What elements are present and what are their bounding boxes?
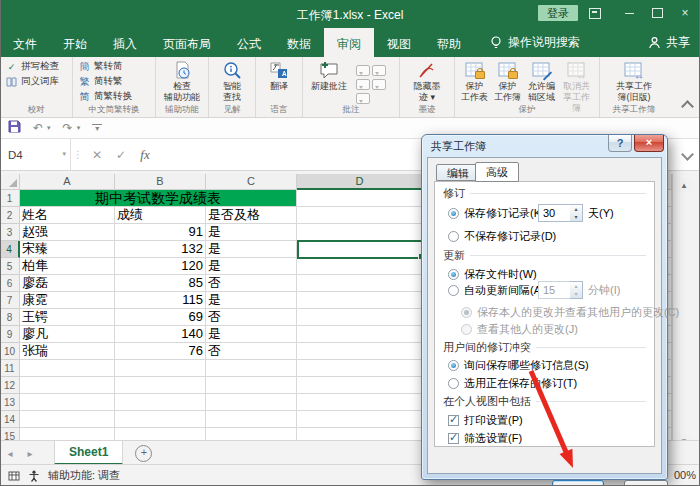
row-header-3[interactable]: 3 [0, 224, 20, 241]
checkbox-filter-settings[interactable]: 筛选设置(F) [448, 430, 522, 446]
row-header-14[interactable]: 14 [0, 411, 20, 428]
collapse-ribbon-icon[interactable] [681, 100, 694, 113]
cell[interactable] [297, 275, 423, 292]
smart-lookup-button[interactable]: 智能 查找 [212, 59, 252, 103]
cell[interactable]: 是 [206, 292, 297, 309]
dialog-help-button[interactable]: ? [608, 135, 632, 152]
radio-update-automatic[interactable]: 自动更新间隔(A): [448, 282, 548, 298]
column-header-D[interactable]: D [297, 174, 423, 190]
cell[interactable]: 是 [206, 241, 297, 258]
cell[interactable]: 廖磊 [20, 275, 115, 292]
cell[interactable]: 否 [206, 275, 297, 292]
cell[interactable] [206, 360, 297, 377]
cell[interactable]: 120 [115, 258, 206, 275]
row-header-9[interactable]: 9 [0, 326, 20, 343]
new-sheet-button[interactable]: + [135, 445, 152, 462]
cell[interactable]: 张瑞 [20, 343, 115, 360]
cell[interactable] [115, 360, 206, 377]
row-header-6[interactable]: 6 [0, 275, 20, 292]
cell[interactable]: 是否及格 [206, 207, 297, 224]
cell[interactable] [297, 224, 423, 241]
tab-formulas[interactable]: 公式 [224, 28, 274, 57]
row-header-13[interactable]: 13 [0, 394, 20, 411]
cell[interactable]: 否 [206, 343, 297, 360]
cell[interactable] [20, 360, 115, 377]
show-comments-icon[interactable] [372, 79, 386, 90]
tab-view[interactable]: 视图 [374, 28, 424, 57]
cell[interactable]: 宋臻 [20, 241, 115, 258]
tell-me-search[interactable]: 操作说明搜索 [480, 28, 590, 57]
cell[interactable]: 91 [115, 224, 206, 241]
radio-ask-which-changes[interactable]: 询问保存哪些修订信息(S) [448, 357, 589, 373]
cell[interactable]: 115 [115, 292, 206, 309]
cell[interactable] [297, 360, 423, 377]
enter-entry-button[interactable]: ✓ [109, 139, 133, 170]
formula-bar-grip[interactable]: ⋮ [71, 139, 85, 170]
cell[interactable] [297, 411, 423, 428]
row-header-10[interactable]: 10 [0, 343, 20, 360]
cell[interactable] [297, 309, 423, 326]
trad-to-simp-button[interactable]: 簡繁转简 [76, 59, 152, 74]
cell[interactable]: 76 [115, 343, 206, 360]
scroll-up-icon[interactable]: ▴ [676, 178, 692, 192]
cell[interactable] [115, 411, 206, 428]
dialog-tab-editing[interactable]: 编辑 [436, 164, 480, 181]
cell[interactable] [206, 411, 297, 428]
tab-file[interactable]: 文件 [0, 28, 50, 57]
cancel-entry-button[interactable]: ✕ [85, 139, 109, 170]
row-header-11[interactable]: 11 [0, 360, 20, 377]
tab-insert[interactable]: 插入 [100, 28, 150, 57]
cell[interactable]: 85 [115, 275, 206, 292]
merged-title-cell[interactable]: 期中考试数学成绩表 [20, 190, 297, 207]
row-header-2[interactable]: 2 [0, 207, 20, 224]
cell[interactable]: 140 [115, 326, 206, 343]
row-header-12[interactable]: 12 [0, 377, 20, 394]
name-box-dropdown-icon[interactable]: ▾ [62, 150, 66, 158]
maximize-button[interactable] [644, 4, 670, 22]
cell[interactable] [297, 241, 423, 258]
insert-function-button[interactable]: fx [133, 139, 157, 170]
cell[interactable] [115, 377, 206, 394]
column-header-B[interactable]: B [115, 174, 206, 190]
cell[interactable]: 是 [206, 258, 297, 275]
next-comment-icon[interactable] [356, 79, 370, 90]
tab-review[interactable]: 审阅 [324, 28, 374, 57]
cell[interactable]: 是 [206, 224, 297, 241]
translate-button[interactable]: 翻译 [259, 59, 299, 92]
cell[interactable] [20, 428, 115, 440]
accessibility-status-text[interactable]: 辅助功能: 调查 [48, 468, 120, 483]
cell[interactable] [297, 326, 423, 343]
close-button[interactable]: × [672, 4, 698, 22]
dialog-tab-advanced[interactable]: 高级 [475, 162, 519, 182]
row-header-5[interactable]: 5 [0, 258, 20, 275]
share-workbook-legacy-button[interactable]: ↔ 共享工作 簿(旧版) [603, 59, 665, 103]
cell[interactable]: 柏隼 [20, 258, 115, 275]
undo-dropdown-icon[interactable]: ▾ [47, 124, 51, 132]
cell[interactable]: 赵强 [20, 224, 115, 241]
keep-history-spinner[interactable]: ▴▾ [570, 204, 583, 222]
cell[interactable] [297, 377, 423, 394]
cell[interactable] [297, 190, 423, 207]
spelling-check-button[interactable]: ✓拼写检查 [3, 59, 69, 74]
radio-update-on-save[interactable]: 保存文件时(W) [448, 266, 537, 282]
ok-button[interactable]: 确定 [552, 480, 604, 486]
row-header-1[interactable]: 1 [0, 190, 20, 207]
customize-qat-button[interactable]: ▾ [92, 124, 102, 133]
sign-in-button[interactable]: 登录 [538, 5, 578, 21]
row-header-15[interactable]: 15 [0, 428, 20, 440]
cell[interactable] [206, 428, 297, 440]
cell[interactable] [297, 343, 423, 360]
minimize-button[interactable] [616, 4, 642, 22]
sheet-prev-icon[interactable]: ◂ [0, 441, 20, 465]
previous-comment-icon[interactable] [372, 65, 386, 76]
name-box[interactable]: D4 ▾ [0, 139, 71, 170]
thesaurus-button[interactable]: 同义词库 [3, 74, 69, 89]
cell[interactable]: 是 [206, 326, 297, 343]
column-header-A[interactable]: A [20, 174, 115, 190]
cell[interactable] [20, 411, 115, 428]
select-all-corner[interactable] [0, 174, 20, 190]
cell[interactable]: 69 [115, 309, 206, 326]
convert-button[interactable]: 简简繁转换 [76, 89, 152, 104]
delete-comment-icon[interactable] [356, 65, 370, 76]
save-button[interactable] [8, 119, 21, 137]
